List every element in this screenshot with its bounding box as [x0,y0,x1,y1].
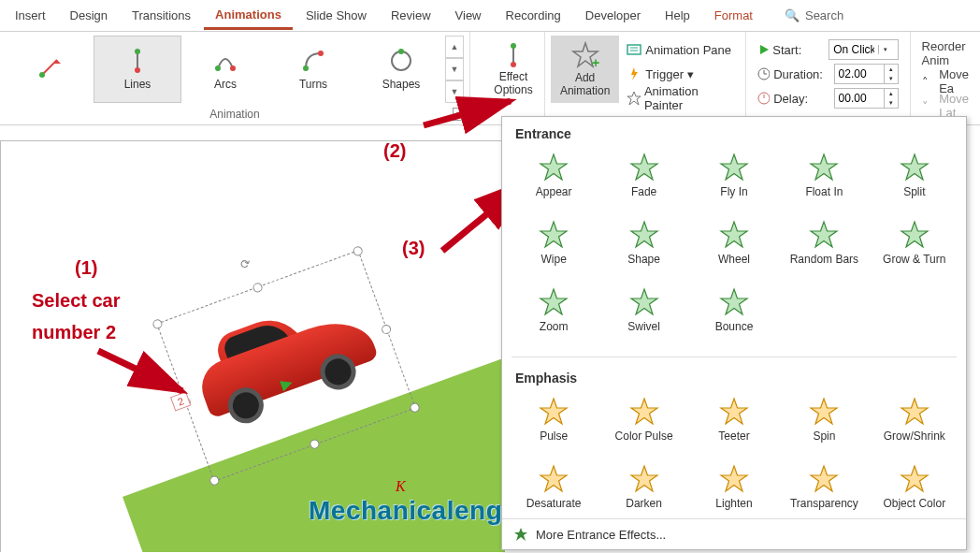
delay-spinner[interactable]: ▴▾ [834,88,899,109]
star-icon [628,152,660,183]
start-dropdown[interactable]: ▾ [879,45,892,54]
star-icon [899,463,930,495]
slide-canvas[interactable]: K ⟳ 2 [0,140,505,552]
star-icon [808,396,840,428]
gallery-scroll-up[interactable]: ▲ [445,36,464,58]
resize-handle[interactable] [352,245,364,257]
effect-teeter[interactable]: Teeter [690,391,778,455]
resize-handle[interactable] [151,318,164,330]
star-icon [513,527,528,542]
svg-marker-32 [631,154,657,180]
more-entrance-effects[interactable]: More Entrance Effects... [502,518,966,549]
delay-value[interactable] [835,92,884,105]
rotate-handle-icon[interactable]: ⟳ [238,253,260,274]
effect-fly-in[interactable]: Fly In [690,147,778,211]
tab-developer[interactable]: Developer [574,3,652,28]
effect-lighten[interactable]: Lighten [690,458,778,518]
annotation-arrow-1 [94,346,196,402]
effect-appear[interactable]: Appear [510,147,598,211]
star-icon [808,152,840,183]
star-icon [718,396,750,428]
effect-label: Object Color [883,497,945,510]
animation-gallery: Lines Arcs Turns Shapes ▲ ▼ ▼ [6,36,464,103]
effect-wipe[interactable]: Wipe [510,214,598,278]
gallery-item-lines[interactable]: Lines [94,36,181,103]
more-entrance-label: More Entrance Effects... [536,528,666,542]
gallery-item-none[interactable] [6,36,94,103]
effect-desaturate[interactable]: Desaturate [510,458,598,518]
duration-down[interactable]: ▾ [885,74,898,83]
gallery-item-arcs[interactable]: Arcs [181,36,269,103]
svg-rect-16 [627,45,641,54]
effect-transparency[interactable]: Transparency [780,458,868,518]
move-earlier-button[interactable]: ˄ Move Ea [922,71,969,92]
duration-value[interactable] [835,67,884,80]
effect-label: Pulse [540,429,568,443]
gallery-scroll: ▲ ▼ ▼ [445,36,464,103]
tab-animations[interactable]: Animations [204,2,293,30]
trigger-label: Trigger [645,67,684,81]
effect-pulse[interactable]: Pulse [510,391,598,455]
tab-insert[interactable]: Insert [4,3,57,28]
effect-bounce[interactable]: Bounce [690,282,778,345]
tab-slideshow[interactable]: Slide Show [295,3,378,28]
add-animation-button[interactable]: + Add Animation [551,36,619,103]
dropdown-scroll[interactable]: Entrance Appear Fade Fly In Float In Spl… [502,117,966,518]
effect-options-button[interactable]: Effect Options [476,36,551,103]
effect-label: Teeter [718,429,749,443]
svg-marker-36 [540,222,567,247]
motion-path-end-icon: K [396,478,406,495]
effect-label: Zoom [540,320,569,333]
delay-up[interactable]: ▴ [885,89,898,98]
trigger-button[interactable]: Trigger ▾ [627,64,731,84]
effect-spin[interactable]: Spin [780,391,868,455]
svg-point-5 [215,65,221,71]
duration-spinner[interactable]: ▴▾ [834,64,899,84]
animation-pane-button[interactable]: Animation Pane [627,39,731,60]
gallery-item-shapes[interactable]: Shapes [357,36,445,103]
search-box[interactable]: 🔍 Search [785,8,843,22]
effect-float-in[interactable]: Float In [780,147,868,211]
effect-shape[interactable]: Shape [599,214,687,278]
gallery-scroll-down[interactable]: ▼ [445,58,464,80]
tab-help[interactable]: Help [654,3,701,28]
effect-object-color[interactable]: Object Color [871,458,958,518]
tab-design[interactable]: Design [59,3,119,28]
star-icon [538,396,569,428]
svg-marker-26 [280,377,294,391]
resize-handle[interactable] [381,324,393,336]
tab-recording[interactable]: Recording [495,3,572,28]
effect-grow-turn[interactable]: Grow & Turn [871,214,958,278]
animation-painter-button[interactable]: Animation Painter [627,88,731,109]
effect-zoom[interactable]: Zoom [510,282,598,345]
chevron-down-icon: ˅ [922,99,929,113]
resize-handle[interactable] [252,282,264,294]
effect-color-pulse[interactable]: Color Pulse [599,391,687,455]
gallery-item-turns[interactable]: Turns [269,36,357,103]
start-select[interactable]: ▾ [829,39,898,60]
star-icon [538,152,569,183]
effect-split[interactable]: Split [871,147,958,211]
delay-down[interactable]: ▾ [885,98,898,108]
star-icon [628,396,660,428]
effect-random-bars[interactable]: Random Bars [780,214,868,278]
star-icon [899,152,930,183]
annotation-step1-line2: number 2 [32,322,116,343]
effect-fade[interactable]: Fade [599,147,687,211]
effect-label: Desaturate [526,497,582,510]
start-value[interactable] [829,43,878,56]
svg-point-6 [230,65,236,71]
effect-grow-shrink[interactable]: Grow/Shrink [871,391,958,455]
svg-marker-37 [631,222,657,247]
star-icon [718,463,750,495]
effect-darken[interactable]: Darken [599,458,687,518]
effect-label: Darken [626,497,662,510]
duration-up[interactable]: ▴ [885,65,898,74]
tab-review[interactable]: Review [380,3,442,28]
tab-view[interactable]: View [444,3,493,28]
tab-format[interactable]: Format [703,3,764,28]
tab-transitions[interactable]: Transitions [121,3,202,28]
effect-wheel[interactable]: Wheel [690,214,778,278]
effect-swivel[interactable]: Swivel [599,282,687,345]
svg-marker-41 [540,289,567,314]
